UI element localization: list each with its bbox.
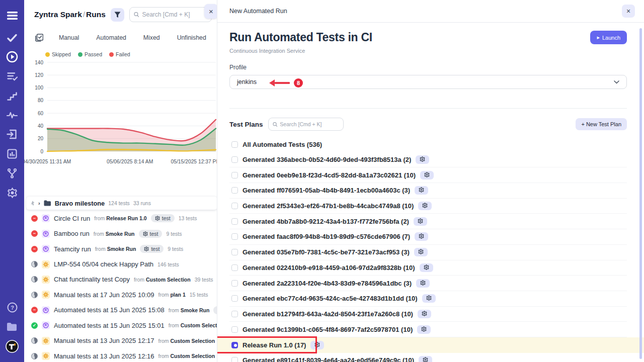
list-check-icon[interactable] (0, 69, 24, 84)
test-plan-checkbox[interactable] (231, 156, 238, 163)
report-icon[interactable] (0, 146, 24, 161)
test-tag-badge[interactable]: test (139, 230, 163, 238)
test-plan-row[interactable]: Generated e891c41f-8039-4e64-aa24-e0d56e… (229, 353, 627, 362)
filter-button[interactable] (111, 8, 124, 22)
legend-item-failed[interactable]: Failed (109, 51, 130, 57)
test-plan-row[interactable]: Generated 0eeb9e18-f23d-4cd5-82dd-8a1a73… (229, 167, 627, 183)
test-plan-row[interactable]: Generated 2f5343e3-ef26-47b1-be8b-44cabc… (229, 199, 627, 214)
help-icon[interactable]: ? (0, 300, 24, 315)
run-row[interactable]: Manual tests at 17 Jun 2025 10:09 from p… (24, 287, 217, 302)
tab-groups[interactable]: Groups (215, 32, 217, 43)
run-row[interactable]: Chat functinality test Copy from Custom … (24, 272, 217, 287)
modal-close-button[interactable]: × (622, 5, 635, 18)
tab-unfinished[interactable]: Unfinished (169, 32, 215, 43)
check-icon[interactable] (0, 30, 24, 45)
test-plan-row[interactable]: Generated ff076591-05ab-4b4b-8491-1ecb00… (229, 183, 627, 199)
steps-icon[interactable] (0, 88, 24, 104)
test-plan-settings-button[interactable] (414, 217, 427, 226)
scrollbar-thumb[interactable] (639, 28, 642, 359)
test-plan-checkbox[interactable] (231, 233, 238, 240)
logo-t-icon[interactable] (0, 339, 24, 354)
run-row[interactable]: ✓ R Automated tests at 15 Jun 2025 15:01… (24, 318, 217, 333)
gear-icon (143, 231, 148, 236)
test-plan-checkbox[interactable] (231, 311, 238, 317)
test-plan-row[interactable]: Generated 2a223104-f20e-4b43-83d9-e78459… (229, 276, 627, 291)
breadcrumb-project[interactable]: Zyntra Spark (34, 10, 82, 19)
milestone-name[interactable]: Bravo milestone (55, 200, 105, 207)
run-row[interactable]: Manual tests at 13 Jun 2025 12:17 from C… (24, 333, 217, 348)
test-plan-settings-button[interactable] (418, 202, 432, 210)
test-plan-settings-button[interactable] (417, 325, 431, 334)
test-plan-row[interactable]: Generated 022410b9-e918-4459-a106-97d2a9… (229, 260, 627, 276)
tab-mixed[interactable]: Mixed (135, 32, 169, 43)
test-plan-row[interactable]: Generated faac8f09-94b8-4b19-89d9-c576cd… (229, 229, 627, 245)
runs-search-input[interactable] (142, 11, 207, 18)
test-plan-settings-button[interactable] (414, 248, 428, 256)
test-plan-checkbox[interactable] (231, 172, 238, 178)
milestone-row[interactable]: › Bravo milestone 124 tests 33 runs (26, 197, 217, 210)
test-plan-row[interactable]: Generated ebc77c4d-9635-424c-ac5e-427483… (229, 291, 627, 307)
test-plan-row[interactable]: Generated 4bb7a8b0-9212-43a4-b137-f772fe… (229, 214, 627, 229)
runs-search[interactable] (129, 7, 212, 22)
test-plan-settings-button[interactable] (422, 294, 436, 303)
test-plan-settings-button[interactable] (420, 263, 433, 272)
test-tag-badge[interactable]: test (151, 214, 175, 222)
expand-chevron-icon[interactable]: › (38, 200, 40, 206)
test-plan-settings-button[interactable] (415, 186, 428, 195)
test-plan-settings-button[interactable] (416, 279, 430, 288)
profile-select[interactable]: jenkins 8 (229, 75, 627, 89)
run-title: Automated tests at 15 Jun 2025 15:08 (54, 306, 165, 314)
test-plan-checkbox[interactable] (231, 218, 238, 225)
test-plan-checkbox[interactable] (231, 187, 238, 194)
test-plan-checkbox[interactable] (231, 326, 238, 333)
settings-gear-icon[interactable] (0, 185, 24, 200)
launch-button[interactable]: ▸ Launch (590, 31, 627, 44)
pulse-icon[interactable] (0, 108, 24, 123)
run-row[interactable]: − R Teamcity run from Smoke Run test 9 t… (24, 241, 217, 256)
run-row[interactable]: − R Bamboo run from Smoke Run test 9 tes… (24, 226, 217, 241)
test-plan-checkbox[interactable] (231, 203, 238, 209)
chevron-down-icon (614, 79, 619, 85)
run-row[interactable]: − R Circle CI run from Release Run 1.0 t… (24, 211, 217, 226)
test-plan-row[interactable]: All Automated Tests (536) (229, 137, 627, 152)
run-row[interactable]: LMP-554 05/04 check Happy Path 146 tests (24, 256, 217, 272)
run-row[interactable]: − R Automated tests at 15 Jun 2025 15:08… (24, 303, 217, 318)
panel-close-button[interactable]: × (204, 4, 217, 19)
test-plan-settings-button[interactable] (419, 356, 432, 362)
legend-item-passed[interactable]: Passed (78, 51, 102, 57)
test-plan-checkbox[interactable] (231, 357, 238, 362)
test-plan-row[interactable]: Generated 035e7bf0-7381-4c5c-be77-321e73… (229, 245, 627, 260)
tab-manual[interactable]: Manual (50, 32, 88, 43)
test-plan-checkbox[interactable] (231, 342, 238, 348)
test-plan-checkbox[interactable] (231, 295, 238, 302)
run-row[interactable]: Manual tests at 13 Jun 2025 12:16 from C… (24, 348, 217, 362)
test-plan-settings-button[interactable] (420, 171, 434, 179)
test-plan-checkbox[interactable] (231, 280, 238, 287)
run-title: Circle CI run (54, 215, 90, 222)
menu-icon[interactable] (0, 8, 24, 23)
test-tag-badge[interactable]: test (213, 306, 217, 314)
test-plan-settings-button[interactable] (416, 155, 429, 164)
test-plans-search[interactable] (268, 118, 344, 131)
branch-icon[interactable] (0, 166, 24, 181)
test-plan-row[interactable]: Generated b12794f3-643a-4a2d-8504-23f1e7… (229, 307, 627, 322)
test-plan-label: Generated 9c1399b1-c065-4f84-8697-7af2c5… (243, 326, 413, 333)
test-plan-settings-button[interactable] (415, 232, 428, 241)
test-plan-checkbox[interactable] (231, 141, 238, 148)
test-plan-checkbox[interactable] (231, 249, 238, 255)
test-plan-settings-button[interactable] (418, 310, 431, 318)
folder-icon[interactable] (0, 319, 24, 334)
legend-item-skipped[interactable]: Skipped (45, 51, 71, 57)
test-plans-search-input[interactable] (280, 121, 339, 127)
tab-automated[interactable]: Automated (88, 32, 134, 43)
test-tag-badge[interactable]: test (140, 245, 164, 253)
play-circle-icon[interactable] (0, 49, 24, 64)
test-plan-row[interactable]: Generated 336abecb-0b52-4d60-9ded-493f3f… (229, 152, 627, 168)
select-all-icon[interactable] (35, 34, 43, 42)
test-plan-checkbox[interactable] (231, 264, 238, 271)
test-plan-settings-button[interactable] (310, 341, 324, 349)
import-icon[interactable] (0, 127, 24, 142)
test-plan-row[interactable]: Generated 9c1399b1-c065-4f84-8697-7af2c5… (229, 322, 627, 337)
test-plan-row[interactable]: Release Run 1.0 (17) (217, 337, 644, 353)
new-test-plan-button[interactable]: + New Test Plan (576, 118, 627, 130)
